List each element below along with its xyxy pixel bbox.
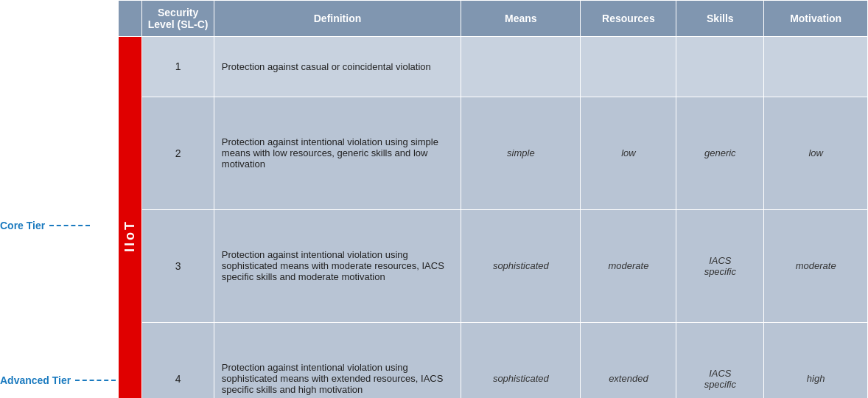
left-annotations: Core Tier Advanced Tier	[0, 0, 118, 398]
header-row: Security Level (SL-C) Definition Means R…	[119, 1, 868, 37]
header-resources: Resources	[581, 1, 676, 37]
core-tier-dashed-line	[49, 225, 90, 226]
core-tier-label: Core Tier	[0, 220, 45, 231]
table-row-sl4: 4 Protection against intentional violati…	[119, 322, 868, 398]
sl1-resources	[581, 37, 676, 97]
sl2-resources: low	[581, 97, 676, 209]
sl3-skills: IACS specific	[676, 209, 764, 322]
sl4-motivation: high	[764, 322, 868, 398]
page-container: Core Tier Advanced Tier Security Lev	[0, 0, 868, 398]
sl2-definition: Protection against intentional violation…	[214, 97, 461, 209]
advanced-tier-dashed-line	[75, 380, 116, 381]
sl3-motivation: moderate	[764, 209, 868, 322]
sl1-definition: Protection against casual or coincidenta…	[214, 37, 461, 97]
sl2-motivation: low	[764, 97, 868, 209]
sl3-means: sophisticated	[461, 209, 581, 322]
sl1-level: 1	[142, 37, 214, 97]
sl4-means: sophisticated	[461, 322, 581, 398]
advanced-tier-label: Advanced Tier	[0, 374, 71, 386]
sl1-motivation	[764, 37, 868, 97]
sl4-definition: Protection against intentional violation…	[214, 322, 461, 398]
sl2-level: 2	[142, 97, 214, 209]
header-means: Means	[461, 1, 581, 37]
security-levels-table: Security Level (SL-C) Definition Means R…	[118, 0, 868, 398]
sl3-definition: Protection against intentional violation…	[214, 209, 461, 322]
table-row-sl3: 3 Protection against intentional violati…	[119, 209, 868, 322]
header-iiot-blank	[119, 1, 142, 37]
sl1-means	[461, 37, 581, 97]
sl2-means: simple	[461, 97, 581, 209]
core-tier-annotation: Core Tier	[0, 220, 90, 231]
table-row-sl1: IIoT 1 Protection against casual or coin…	[119, 37, 868, 97]
header-skills: Skills	[676, 1, 764, 37]
iiot-label: IIoT	[119, 37, 141, 398]
main-table-wrap: Security Level (SL-C) Definition Means R…	[118, 0, 868, 398]
header-definition: Definition	[214, 1, 461, 37]
sl2-skills: generic	[676, 97, 764, 209]
sl4-skills: IACS specific	[676, 322, 764, 398]
sl3-level: 3	[142, 209, 214, 322]
header-security-level: Security Level (SL-C)	[142, 1, 214, 37]
sl4-level: 4	[142, 322, 214, 398]
table-row-sl2: 2 Protection against intentional violati…	[119, 97, 868, 209]
sl1-skills	[676, 37, 764, 97]
iiot-bar: IIoT	[119, 37, 142, 399]
sl4-resources: extended	[581, 322, 676, 398]
header-motivation: Motivation	[764, 1, 868, 37]
sl3-resources: moderate	[581, 209, 676, 322]
advanced-tier-annotation: Advanced Tier	[0, 374, 116, 386]
